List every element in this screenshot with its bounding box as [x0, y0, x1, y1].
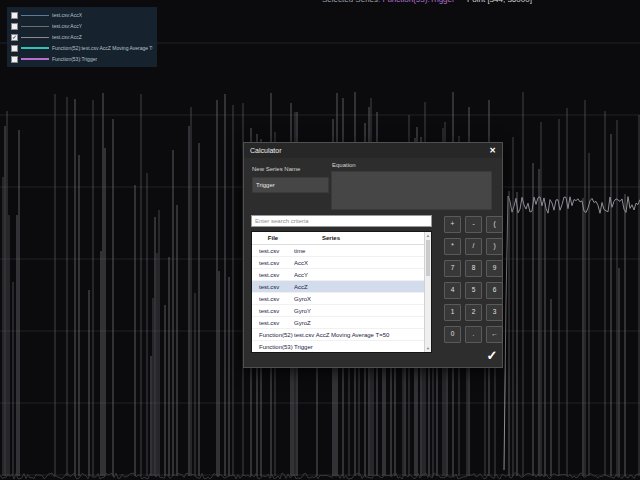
calculator-dialog: Calculator ✕ New Series Name Equation Fi…	[243, 142, 503, 368]
keypad-key[interactable]: )	[486, 238, 503, 255]
new-series-name-input[interactable]	[252, 177, 329, 193]
file-cell: test.csv	[252, 296, 294, 302]
series-cell: GyroZ	[294, 320, 431, 326]
visibility-checkbox[interactable]	[11, 23, 18, 30]
keypad-key[interactable]: 9	[486, 260, 503, 277]
series-cell: Trigger	[294, 344, 431, 350]
apply-button[interactable]: ✓	[482, 345, 502, 365]
series-cell: test.csv AccZ Moving Average T=50	[294, 332, 431, 338]
selected-series-value: Function(53):Trigger	[383, 0, 455, 4]
file-cell: test.csv	[252, 260, 294, 266]
series-color-line	[21, 58, 49, 60]
series-cell: AccX	[294, 260, 431, 266]
series-label: test.csv:AccY	[52, 23, 82, 29]
keypad-key[interactable]: 6	[486, 282, 503, 299]
keypad-key[interactable]: (	[486, 216, 503, 233]
file-cell: test.csv	[252, 272, 294, 278]
table-row[interactable]: test.csvtime	[252, 245, 431, 257]
file-cell: test.csv	[252, 248, 294, 254]
table-row[interactable]: test.csvAccX	[252, 257, 431, 269]
table-row[interactable]: test.csvAccZ	[252, 281, 431, 293]
keypad: +-(*/)7894561230.←	[444, 216, 503, 343]
series-cell: time	[294, 248, 431, 254]
series-color-line	[21, 47, 49, 49]
series-cell: AccY	[294, 272, 431, 278]
dialog-titlebar[interactable]: Calculator ✕	[244, 143, 502, 158]
series-cell: AccZ	[294, 284, 431, 290]
keypad-key[interactable]: 8	[465, 260, 482, 277]
series-color-line	[21, 26, 49, 27]
series-table: File Series test.csvtimetest.csvAccXtest…	[251, 231, 432, 353]
series-color-line	[21, 15, 49, 16]
scroll-down-icon[interactable]: ▼	[425, 345, 431, 352]
visibility-checkbox[interactable]: ✓	[11, 34, 18, 41]
table-row[interactable]: Function(52)test.csv AccZ Moving Average…	[252, 329, 431, 341]
keypad-key[interactable]: +	[444, 216, 461, 233]
table-row[interactable]: test.csvGyroZ	[252, 317, 431, 329]
legend-item[interactable]: Function(52):test.csv AccZ Moving Averag…	[11, 43, 153, 53]
keypad-key[interactable]: 4	[444, 282, 461, 299]
series-label: Function(53):Trigger	[52, 56, 97, 62]
keypad-key[interactable]: 2	[465, 304, 482, 321]
table-header: File Series	[252, 232, 431, 245]
keypad-key[interactable]: *	[444, 238, 461, 255]
table-row[interactable]: Function(53)Trigger	[252, 341, 431, 353]
series-color-line	[21, 37, 49, 38]
table-row[interactable]: test.csvAccY	[252, 269, 431, 281]
file-cell: Function(53)	[252, 344, 294, 350]
scroll-up-icon[interactable]: ▲	[425, 232, 431, 239]
file-cell: test.csv	[252, 308, 294, 314]
keypad-key[interactable]: ←	[486, 326, 503, 343]
keypad-key[interactable]: -	[465, 216, 482, 233]
visibility-checkbox[interactable]	[11, 56, 18, 63]
legend-item[interactable]: Function(53):Trigger	[11, 54, 153, 64]
legend-item[interactable]: ✓test.csv:AccZ	[11, 32, 153, 42]
visibility-checkbox[interactable]	[11, 12, 18, 19]
selected-series-label: Selected Series:	[322, 0, 380, 4]
table-row[interactable]: test.csvGyroY	[252, 305, 431, 317]
table-row[interactable]: test.csvGyroX	[252, 293, 431, 305]
series-label: Function(52):test.csv AccZ Moving Averag…	[52, 45, 153, 51]
series-label: test.csv:AccX	[52, 12, 82, 18]
series-table-body: test.csvtimetest.csvAccXtest.csvAccYtest…	[252, 245, 431, 353]
dialog-title: Calculator	[250, 147, 282, 154]
legend-item[interactable]: test.csv:AccX	[11, 10, 153, 20]
legend-item[interactable]: test.csv:AccY	[11, 21, 153, 31]
series-cell: GyroY	[294, 308, 431, 314]
legend-panel: test.csv:AccXtest.csv:AccY✓test.csv:AccZ…	[7, 7, 157, 67]
app-window: Selected Series: Function(53):Trigger Po…	[0, 0, 640, 480]
column-header-series[interactable]: Series	[294, 235, 431, 241]
selected-series-status: Selected Series: Function(53):Trigger Po…	[322, 0, 532, 4]
keypad-key[interactable]: .	[465, 326, 482, 343]
file-cell: test.csv	[252, 320, 294, 326]
file-cell: Function(52)	[252, 332, 294, 338]
table-scrollbar[interactable]: ▲ ▼	[424, 232, 431, 352]
series-cell: GyroX	[294, 296, 431, 302]
keypad-key[interactable]: 7	[444, 260, 461, 277]
column-header-file[interactable]: File	[252, 235, 294, 241]
keypad-key[interactable]: 3	[486, 304, 503, 321]
series-label: test.csv:AccZ	[52, 34, 82, 40]
close-icon[interactable]: ✕	[489, 147, 496, 155]
keypad-key[interactable]: 5	[465, 282, 482, 299]
file-cell: test.csv	[252, 284, 294, 290]
point-readout: Point [344, 36000]	[467, 0, 532, 4]
equation-label: Equation	[332, 162, 356, 168]
visibility-checkbox[interactable]	[11, 45, 18, 52]
scrollbar-thumb[interactable]	[426, 240, 430, 276]
new-series-name-label: New Series Name	[252, 166, 300, 172]
keypad-key[interactable]: /	[465, 238, 482, 255]
equation-input[interactable]	[331, 171, 492, 210]
keypad-key[interactable]: 0	[444, 326, 461, 343]
search-input[interactable]	[251, 215, 432, 227]
keypad-key[interactable]: 1	[444, 304, 461, 321]
